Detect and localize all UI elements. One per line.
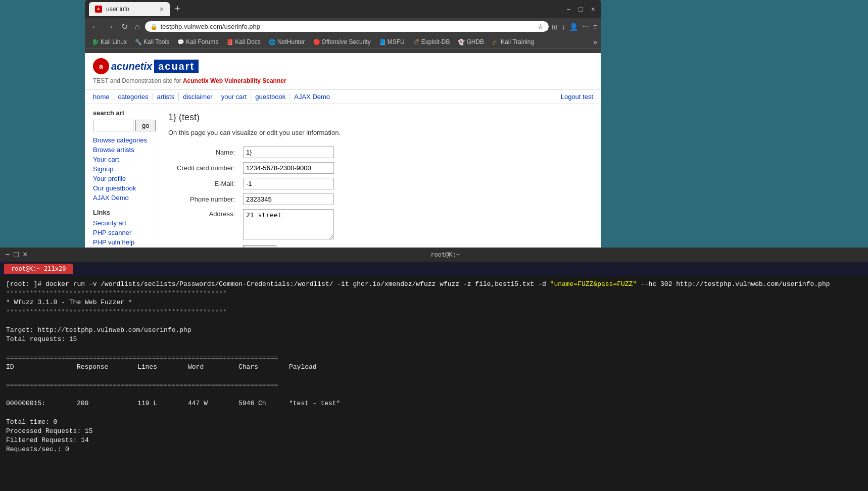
nav-logout[interactable]: Logout test: [561, 93, 593, 101]
terminal-window-title: root@K:~: [27, 251, 863, 258]
bookmarks-more-button[interactable]: »: [593, 38, 597, 46]
address-input[interactable]: [161, 23, 535, 30]
bookmark-ghdb[interactable]: 👻 GHDB: [455, 37, 487, 46]
name-input[interactable]: [243, 146, 334, 158]
menu-icon[interactable]: ≡: [593, 23, 597, 31]
phone-label: Phone number:: [168, 191, 239, 207]
main-content: 1} (test) On this page you can visualize…: [158, 104, 601, 248]
result-id: 000000015:: [6, 399, 67, 408]
back-button[interactable]: ←: [89, 21, 101, 32]
terminal-total-requests: Total requests: 15: [6, 335, 862, 344]
sidebar-php-vuln-help[interactable]: PHP vuln help: [93, 238, 150, 246]
sidebar-php-scanner[interactable]: PHP scanner: [93, 229, 150, 236]
nav-artists[interactable]: artists: [153, 93, 179, 101]
cc-label: Credit card number:: [168, 160, 239, 176]
bookmark-nethunter-label: NetHunter: [277, 38, 305, 45]
terminal-body[interactable]: [root: ]# docker run -v /wordlists/secli…: [0, 276, 868, 491]
bookmark-exploit-db[interactable]: 💣 Exploit-DB: [410, 37, 453, 46]
terminal-blank-5: [6, 409, 862, 418]
sidebar-our-guestbook[interactable]: Our guestbook: [93, 184, 150, 192]
terminal-maximize-button[interactable]: □: [14, 250, 19, 259]
terminal-filtered-requests: Filtered Requests: 14: [6, 436, 862, 445]
bookmark-kali-training[interactable]: 🎓 Kali Training: [489, 37, 537, 46]
site-nav: home categories artists disclaimer your …: [85, 90, 601, 104]
terminal-separator-2: ****************************************…: [6, 308, 862, 317]
form-row-phone: Phone number:: [168, 191, 338, 207]
kali-forums-icon: 💬: [177, 39, 184, 45]
sidebar-ajax-demo[interactable]: AJAX Demo: [93, 194, 150, 202]
home-button[interactable]: ⌂: [133, 21, 142, 32]
terminal-close-button[interactable]: ×: [23, 250, 27, 259]
terminal-blank-4: [6, 390, 862, 399]
tagline-prefix: TEST and Demonstration site for: [93, 77, 181, 84]
msfu-icon: 📘: [379, 39, 386, 45]
header-response: Response: [77, 363, 127, 372]
sidebar-browse-categories[interactable]: Browse categories: [93, 136, 150, 144]
new-tab-button[interactable]: +: [172, 4, 183, 14]
result-response: 200: [77, 399, 127, 408]
minimize-button[interactable]: −: [564, 5, 572, 13]
profile-icon[interactable]: 👤: [569, 23, 578, 31]
settings-icon[interactable]: ⋯: [582, 23, 589, 31]
terminal-sep-long-2: ========================================…: [6, 381, 862, 390]
bookmark-star-icon[interactable]: ☆: [538, 23, 544, 30]
nav-your-cart[interactable]: your cart: [217, 93, 252, 101]
bookmarks-bar: 🐉 Kali Linux 🔧 Kali Tools 💬 Kali Forums …: [85, 35, 601, 49]
maximize-button[interactable]: □: [576, 5, 585, 13]
bookmark-exploit-db-label: Exploit-DB: [421, 38, 450, 45]
bookmark-nethunter[interactable]: 🌐 NetHunter: [266, 37, 308, 46]
security-icon: 🔒: [150, 23, 158, 30]
cc-input[interactable]: [243, 162, 334, 174]
terminal-command-rest: --hc 302 http://testphp.vulnweb.com/user…: [637, 280, 830, 288]
browser-toolbar-icons: ⊞ ↓ 👤 ⋯ ≡: [552, 23, 597, 31]
nav-disclaimer[interactable]: disclaimer: [179, 93, 217, 101]
email-input[interactable]: [243, 178, 334, 189]
sidebar-your-profile[interactable]: Your profile: [93, 175, 150, 182]
forward-button[interactable]: →: [104, 21, 116, 32]
bookmark-kali-linux[interactable]: 🐉 Kali Linux: [89, 37, 130, 46]
address-input[interactable]: 21 street: [243, 209, 334, 239]
ghdb-icon: 👻: [458, 39, 465, 45]
header-chars: Chars: [238, 363, 279, 372]
terminal-tab[interactable]: root@K:~ 211x20: [4, 264, 73, 274]
nav-categories[interactable]: categories: [114, 93, 153, 101]
sidebar-links-section: Links Security art PHP scanner PHP vuln …: [93, 209, 150, 248]
terminal-minimize-button[interactable]: −: [5, 250, 10, 259]
address-label: Address:: [168, 207, 239, 243]
nav-ajax-demo[interactable]: AJAX Demo: [290, 93, 334, 101]
nav-guestbook[interactable]: guestbook: [251, 93, 290, 101]
extensions-icon[interactable]: ⊞: [552, 23, 558, 31]
sidebar-browse-artists[interactable]: Browse artists: [93, 146, 150, 154]
kali-linux-icon: 🐉: [92, 39, 99, 45]
tagline-link[interactable]: Acunetix Web Vulnerability Scanner: [183, 77, 286, 84]
tab-close-button[interactable]: ×: [160, 5, 164, 13]
browser-tab[interactable]: A user info ×: [89, 2, 170, 16]
terminal-prompt: [root: ]#: [6, 280, 45, 288]
terminal-tabbar: root@K:~ 211x20: [0, 262, 868, 276]
bookmark-msfu[interactable]: 📘 MSFU: [376, 37, 408, 46]
terminal-highlight: "uname=FUZZ&pass=FUZZ": [550, 280, 637, 288]
search-art-input[interactable]: [93, 120, 133, 131]
browser-toolbar: ← → ↻ ⌂ 🔒 ☆ ⊞ ↓ 👤 ⋯ ≡: [85, 18, 601, 35]
downloads-icon[interactable]: ↓: [562, 23, 565, 31]
terminal-command: docker run -v /wordlists/seclists/Passwo…: [45, 280, 550, 288]
terminal-target: Target: http://testphp.vulnweb.com/useri…: [6, 326, 862, 335]
sidebar-your-cart[interactable]: Your cart: [93, 156, 150, 163]
phone-input[interactable]: [243, 193, 334, 205]
sidebar-signup[interactable]: Signup: [93, 165, 150, 173]
bookmark-offensive-security[interactable]: 🔴 Offensive Security: [310, 37, 374, 46]
refresh-button[interactable]: ↻: [119, 21, 130, 32]
browser-content: a acunetix acuart TEST and Demonstration…: [85, 53, 601, 248]
terminal-sep-long-1: ========================================…: [6, 354, 862, 363]
nav-home[interactable]: home: [93, 93, 114, 101]
search-go-button[interactable]: go: [135, 120, 156, 131]
links-section-label: Links: [93, 209, 150, 216]
form-row-submit: update: [168, 243, 338, 248]
sidebar-security-art[interactable]: Security art: [93, 219, 150, 227]
bookmark-kali-forums[interactable]: 💬 Kali Forums: [174, 37, 221, 46]
close-button[interactable]: ×: [589, 5, 597, 13]
address-bar[interactable]: 🔒 ☆: [145, 21, 549, 32]
bookmark-kali-tools[interactable]: 🔧 Kali Tools: [132, 37, 172, 46]
form-row-email: E-Mail:: [168, 176, 338, 191]
bookmark-kali-docs[interactable]: 📕 Kali Docs: [223, 37, 264, 46]
